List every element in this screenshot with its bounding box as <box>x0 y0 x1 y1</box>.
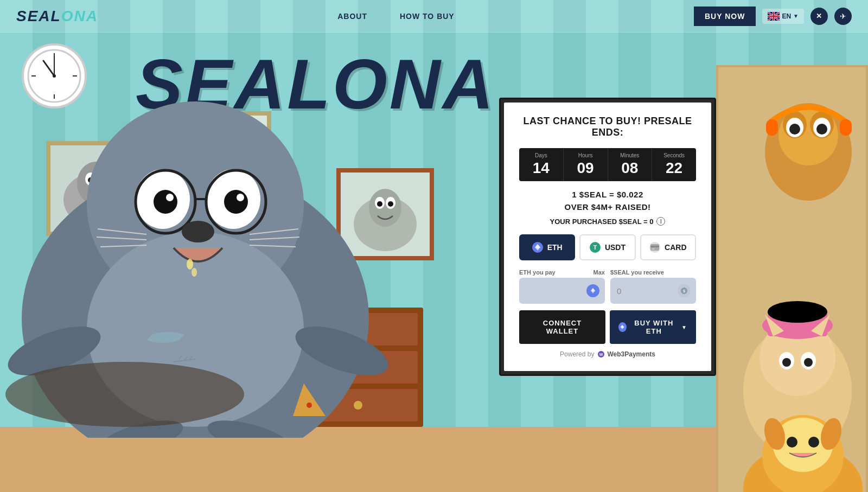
seal-input-wrapper: S <box>610 278 696 304</box>
logo-text-2: ONA <box>61 8 98 24</box>
svg-text:S: S <box>683 289 686 293</box>
svg-rect-93 <box>766 119 778 136</box>
flag-icon <box>768 12 780 21</box>
minutes-label: Minutes <box>610 152 650 158</box>
buy-now-button[interactable]: BUY NOW <box>694 7 756 26</box>
seal-receive-label: $SEAL you receive <box>610 269 664 276</box>
eth-pay-group: ETH you pay Max <box>519 269 605 304</box>
seconds-value: 22 <box>654 159 694 177</box>
svg-rect-94 <box>840 119 852 136</box>
action-buttons: CONNECT WALLET BUY WITH ETH ▼ <box>519 310 696 344</box>
eth-small-icon <box>590 287 596 294</box>
usdt-tab-label: USDT <box>605 243 626 252</box>
svg-point-92 <box>816 124 827 135</box>
navbar-right: BUY NOW EN ▼ ✕ ✈ <box>694 7 852 26</box>
chevron-down-icon: ▼ <box>793 13 799 19</box>
web3payments-text: Web3Payments <box>607 350 655 358</box>
seconds-label: Seconds <box>654 152 694 158</box>
svg-point-46 <box>237 194 244 201</box>
svg-point-52 <box>192 268 197 277</box>
buy-eth-small-icon <box>620 324 625 330</box>
countdown-timer: Days 14 Hours 09 Minutes 08 Seconds 22 <box>519 148 696 181</box>
svg-rect-74 <box>652 248 655 250</box>
twitter-icon[interactable]: ✕ <box>810 8 828 25</box>
raised-line: OVER $4M+ RAISED! <box>519 202 696 212</box>
svg-point-45 <box>166 194 174 201</box>
right-characters-svg <box>716 65 868 492</box>
usdt-symbol: T <box>593 244 597 251</box>
tab-eth[interactable]: ETH <box>519 234 575 260</box>
inputs-row: ETH you pay Max <box>519 269 696 304</box>
seal-label-row: $SEAL you receive <box>610 269 696 276</box>
countdown-seconds: Seconds 22 <box>652 148 696 181</box>
svg-point-109 <box>787 437 797 448</box>
x-logo: ✕ <box>816 12 822 20</box>
usdt-icon: T <box>590 242 601 253</box>
info-icon[interactable]: i <box>656 217 665 226</box>
price-line: 1 $SEAL = $0.022 <box>519 190 696 199</box>
svg-point-44 <box>224 190 248 214</box>
svg-point-91 <box>789 124 800 135</box>
seal-receive-group: $SEAL you receive S <box>610 269 696 304</box>
buy-with-eth-button[interactable]: BUY WITH ETH ▼ <box>610 310 696 344</box>
site-logo[interactable]: SEALONA <box>16 8 98 25</box>
web3payments-logo: W Web3Payments <box>597 350 655 358</box>
buy-eth-label: BUY WITH ETH <box>631 319 678 335</box>
eth-label-row: ETH you pay Max <box>519 269 605 276</box>
seal-illustration <box>0 47 456 438</box>
right-panel <box>716 65 868 492</box>
logo-text: SEAL <box>16 8 61 24</box>
card-tab-label: CARD <box>665 243 686 252</box>
seal-output-coin-icon: S <box>680 287 688 295</box>
eth-tab-label: ETH <box>547 243 563 252</box>
tab-usdt[interactable]: T USDT <box>579 234 635 260</box>
eth-input-icon <box>586 284 599 297</box>
payment-tabs: ETH T USDT CARD <box>519 234 696 260</box>
card-icon <box>649 242 660 253</box>
countdown-minutes: Minutes 08 <box>608 148 653 181</box>
w3p-icon: W <box>597 350 605 358</box>
svg-point-110 <box>808 437 819 448</box>
tab-card[interactable]: CARD <box>640 234 696 260</box>
eth-icon <box>532 242 543 253</box>
language-selector[interactable]: EN ▼ <box>762 9 804 24</box>
credit-card-icon <box>650 244 659 251</box>
nav-about[interactable]: About <box>337 12 367 21</box>
svg-text:W: W <box>599 353 603 356</box>
minutes-value: 08 <box>610 159 650 177</box>
svg-point-105 <box>804 358 813 367</box>
svg-rect-73 <box>650 246 659 247</box>
telegram-logo: ✈ <box>840 12 846 21</box>
telegram-icon[interactable]: ✈ <box>834 8 852 25</box>
seal-output-icon: S <box>678 284 691 297</box>
svg-point-104 <box>782 358 791 367</box>
eth-input-wrapper <box>519 278 605 304</box>
widget-inner: LAST CHANCE TO BUY! PRESALE ENDS: Days 1… <box>504 103 711 371</box>
widget-title: LAST CHANCE TO BUY! PRESALE ENDS: <box>519 116 696 138</box>
svg-point-51 <box>187 259 193 270</box>
nav-how-to-buy[interactable]: How To Buy <box>400 12 455 21</box>
lang-label: EN <box>782 12 791 20</box>
days-value: 14 <box>521 159 561 177</box>
eth-diamond-icon <box>534 244 541 251</box>
svg-point-67 <box>5 362 244 427</box>
hours-label: Hours <box>566 152 605 158</box>
max-label: Max <box>593 269 605 276</box>
svg-point-50 <box>182 221 214 242</box>
countdown-hours: Hours 09 <box>564 148 608 181</box>
purchased-text: YOUR PURCHASED $SEAL = 0 <box>550 218 654 226</box>
eth-pay-label: ETH you pay <box>519 269 556 276</box>
seal-character <box>0 47 456 438</box>
countdown-days: Days 14 <box>519 148 564 181</box>
purchased-line: YOUR PURCHASED $SEAL = 0 i <box>519 217 696 226</box>
main-content: SEALONA <box>0 33 868 492</box>
powered-by: Powered by W Web3Payments <box>519 350 696 358</box>
price-info: 1 $SEAL = $0.022 <box>519 190 696 199</box>
powered-by-label: Powered by <box>560 350 594 358</box>
connect-wallet-button[interactable]: CONNECT WALLET <box>519 310 605 344</box>
nav-links: About How To Buy <box>337 12 455 21</box>
hours-value: 09 <box>566 159 605 177</box>
days-label: Days <box>521 152 561 158</box>
buy-eth-icon <box>618 322 627 332</box>
navbar: SEALONA About How To Buy BUY NOW EN ▼ ✕ … <box>0 0 868 33</box>
